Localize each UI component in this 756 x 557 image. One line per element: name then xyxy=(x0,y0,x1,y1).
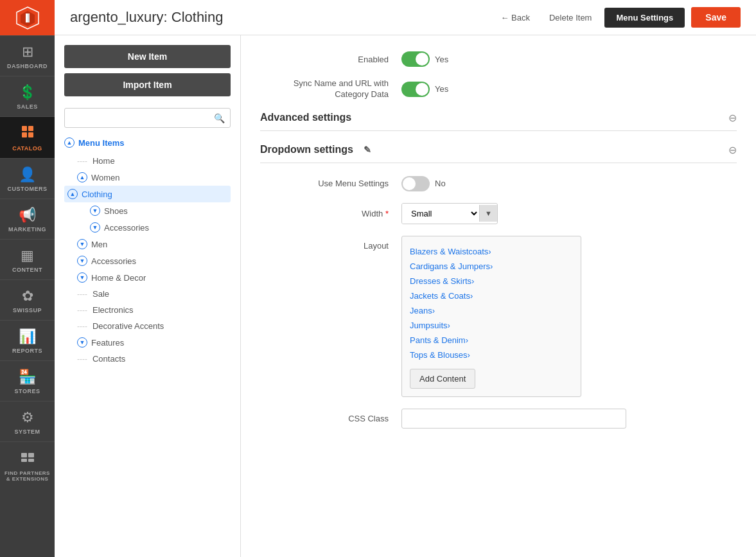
collapse-root-icon: ▲ xyxy=(64,137,75,148)
menu-settings-button[interactable]: Menu Settings xyxy=(604,8,685,28)
tree-item-women[interactable]: ▲ Women xyxy=(64,169,231,186)
enabled-toggle-container: Yes xyxy=(401,51,448,67)
dropdown-settings-label: Dropdown settings xyxy=(260,144,353,155)
use-menu-settings-toggle[interactable] xyxy=(401,176,430,191)
women-label: Women xyxy=(91,173,120,182)
tree-item-contacts[interactable]: ---- Contacts xyxy=(64,351,231,367)
layout-item-jumpsuits[interactable]: Jumpsuits› xyxy=(410,318,573,333)
content-area: New Item Import Item 🔍 ▲ Menu Items ----… xyxy=(55,35,756,557)
tree-root[interactable]: ▲ Menu Items xyxy=(64,137,231,148)
electronics-label: Electronics xyxy=(92,305,134,315)
search-icon[interactable]: 🔍 xyxy=(214,113,225,123)
svg-rect-2 xyxy=(26,13,28,22)
circle-accessories-women: ▼ xyxy=(90,222,100,233)
layout-item-dresses-label: Dresses & Skirts› xyxy=(410,276,474,286)
logo[interactable] xyxy=(0,0,55,35)
marketing-icon: 📢 xyxy=(19,207,36,224)
sidebar-item-find-partners[interactable]: FIND PARTNERS & EXTENSIONS xyxy=(0,441,55,488)
circle-features: ▼ xyxy=(77,337,87,348)
layout-item-tops[interactable]: Tops & Blouses› xyxy=(410,348,573,362)
layout-label: Layout xyxy=(260,236,401,251)
sidebar-item-content[interactable]: ▦ CONTENT xyxy=(0,239,55,279)
home-label: Home xyxy=(92,156,115,166)
tree-item-clothing[interactable]: ▲ Clothing xyxy=(64,186,231,202)
use-menu-settings-row: Use Menu Settings No xyxy=(260,176,737,191)
css-class-input[interactable] xyxy=(401,409,626,429)
back-button[interactable]: ← Back xyxy=(494,9,536,26)
sidebar-item-sales[interactable]: 💲 SALES xyxy=(0,76,55,116)
tree-item-home-decor[interactable]: ▼ Home & Decor xyxy=(64,269,231,286)
svg-rect-9 xyxy=(28,453,34,457)
tree-item-electronics[interactable]: ---- Electronics xyxy=(64,302,231,318)
layout-item-jackets[interactable]: Jackets & Coats› xyxy=(410,288,573,303)
advanced-settings-collapse[interactable]: ⊖ xyxy=(728,112,737,124)
tree-item-features[interactable]: ▼ Features xyxy=(64,334,231,351)
sidebar-item-marketing[interactable]: 📢 MARKETING xyxy=(0,199,55,239)
css-class-row: CSS Class xyxy=(260,409,737,429)
clothing-label: Clothing xyxy=(82,190,112,199)
dropdown-settings-edit-icon[interactable]: ✎ xyxy=(364,145,371,155)
header-actions: ← Back Delete Item Menu Settings Save xyxy=(494,7,741,28)
features-label: Features xyxy=(91,338,124,348)
layout-list: Blazers & Waistcoats› Cardigans & Jumper… xyxy=(410,244,573,362)
tree-item-accessories-women[interactable]: ▼ Accessories xyxy=(64,219,231,236)
dropdown-settings-collapse[interactable]: ⊖ xyxy=(728,144,737,156)
right-panel: Enabled Yes Sync Name and URL with Categ… xyxy=(241,35,756,557)
import-item-button[interactable]: Import Item xyxy=(64,73,231,96)
sync-toggle[interactable] xyxy=(401,82,430,97)
width-select[interactable]: SmallMediumLargeFull xyxy=(402,204,479,224)
dash-decorative: ---- xyxy=(77,322,87,331)
svg-rect-7 xyxy=(28,132,33,137)
layout-item-pants-label: Pants & Denim› xyxy=(410,335,468,345)
tree-item-sale[interactable]: ---- Sale xyxy=(64,286,231,302)
tree-item-shoes[interactable]: ▼ Shoes xyxy=(64,202,231,219)
advanced-settings-label: Advanced settings xyxy=(260,112,351,123)
enabled-toggle-label: Yes xyxy=(435,55,448,64)
men-label: Men xyxy=(91,240,107,249)
circle-clothing: ▲ xyxy=(67,189,78,199)
layout-item-cardigans[interactable]: Cardigans & Jumpers› xyxy=(410,259,573,274)
layout-item-jackets-label: Jackets & Coats› xyxy=(410,291,473,301)
advanced-settings-section: Advanced settings ⊖ xyxy=(260,112,737,131)
left-panel: New Item Import Item 🔍 ▲ Menu Items ----… xyxy=(55,35,241,557)
stores-icon: 🏪 xyxy=(19,369,36,385)
customers-icon: 👤 xyxy=(19,166,36,183)
sidebar-item-reports[interactable]: 📊 REPORTS xyxy=(0,320,55,360)
sidebar-item-catalog[interactable]: CATALOG xyxy=(0,116,55,158)
search-input[interactable] xyxy=(70,111,214,125)
new-item-button[interactable]: New Item xyxy=(64,45,231,68)
sidebar-item-swissup[interactable]: ✿ SWISSUP xyxy=(0,279,55,320)
sidebar-item-system[interactable]: ⚙ SYSTEM xyxy=(0,401,55,441)
sidebar-item-dashboard[interactable]: ⊞ DASHBOARD xyxy=(0,35,55,76)
menu-tree: ▲ Menu Items ---- Home ▲ Women ▲ Clothin… xyxy=(64,137,231,367)
search-box: 🔍 xyxy=(64,108,231,128)
svg-rect-10 xyxy=(21,459,27,462)
layout-item-jeans[interactable]: Jeans› xyxy=(410,303,573,318)
sidebar-item-stores[interactable]: 🏪 STORES xyxy=(0,360,55,401)
accessories-women-label: Accessories xyxy=(104,223,149,233)
layout-item-blazers[interactable]: Blazers & Waistcoats› xyxy=(410,244,573,259)
enabled-toggle[interactable] xyxy=(401,51,430,67)
dash-home: ---- xyxy=(77,157,87,166)
width-select-wrapper: SmallMediumLargeFull ▼ xyxy=(401,203,498,224)
circle-women: ▲ xyxy=(77,172,87,182)
tree-item-accessories[interactable]: ▼ Accessories xyxy=(64,252,231,269)
layout-item-pants[interactable]: Pants & Denim› xyxy=(410,333,573,348)
dash-electronics: ---- xyxy=(77,306,87,315)
dash-contacts: ---- xyxy=(77,355,87,364)
circle-men: ▼ xyxy=(77,239,87,249)
tree-item-men[interactable]: ▼ Men xyxy=(64,236,231,252)
layout-item-jumpsuits-label: Jumpsuits› xyxy=(410,321,450,330)
save-button[interactable]: Save xyxy=(691,7,741,28)
tree-item-decorative-accents[interactable]: ---- Decorative Accents xyxy=(64,318,231,334)
svg-rect-6 xyxy=(22,132,27,137)
use-menu-toggle-knob xyxy=(403,177,416,190)
sidebar-item-customers[interactable]: 👤 CUSTOMERS xyxy=(0,158,55,199)
add-content-button[interactable]: Add Content xyxy=(410,369,475,389)
layout-item-dresses[interactable]: Dresses & Skirts› xyxy=(410,274,573,288)
dropdown-settings-title: Dropdown settings ✎ xyxy=(260,144,371,155)
delete-item-button[interactable]: Delete Item xyxy=(543,9,598,26)
dashboard-icon: ⊞ xyxy=(22,44,33,60)
layout-item-blazers-label: Blazers & Waistcoats› xyxy=(410,247,491,256)
tree-item-home[interactable]: ---- Home xyxy=(64,153,231,169)
